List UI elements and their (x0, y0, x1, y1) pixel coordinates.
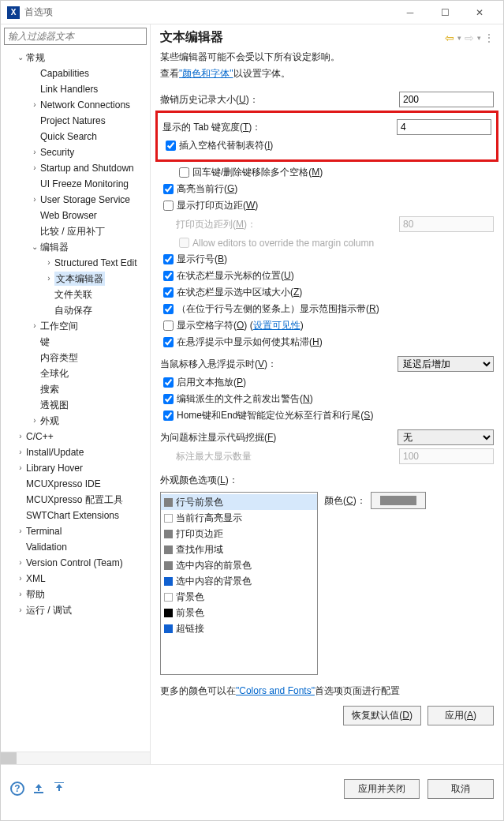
help-icon[interactable]: ? (10, 782, 24, 796)
tree-item[interactable]: ⌄常规 (1, 50, 150, 66)
tree-item[interactable]: ›C/C++ (1, 429, 150, 444)
tree-item[interactable]: ›Structured Text Edit (1, 255, 150, 271)
range-indicator-checkbox[interactable] (163, 304, 174, 314)
back-dropdown-icon[interactable]: ▾ (457, 34, 461, 42)
hover-when-select[interactable]: 延迟后增加 (398, 356, 494, 372)
colors-fonts-link[interactable]: "颜色和字体" (179, 68, 233, 79)
highlight-line-checkbox[interactable] (163, 184, 174, 194)
tree-item[interactable]: Web Browser (1, 208, 150, 223)
tree-item[interactable]: Link Handlers (1, 81, 150, 97)
list-item[interactable]: 选中内容的背景色 (161, 573, 317, 589)
maximize-button[interactable]: ☐ (427, 2, 462, 24)
tree-item[interactable]: MCUXpresso IDE (1, 476, 150, 492)
tree-item[interactable]: ›帮助 (1, 587, 150, 602)
tree-item[interactable]: ›Version Control (Team) (1, 555, 150, 571)
close-button[interactable]: ✕ (462, 2, 497, 24)
remove-multi-checkbox[interactable] (179, 167, 189, 178)
tree-item[interactable]: Project Natures (1, 113, 150, 129)
list-item[interactable]: 超链接 (161, 620, 317, 636)
menu-icon[interactable]: ⋮ (484, 32, 494, 43)
tree-item[interactable]: ›Library Hover (1, 460, 150, 476)
tree-item[interactable]: Validation (1, 539, 150, 555)
chevron-right-icon[interactable]: › (15, 429, 26, 444)
chevron-right-icon[interactable]: › (29, 98, 40, 112)
tree-item[interactable]: ›Terminal (1, 523, 150, 539)
import-icon[interactable] (32, 782, 45, 795)
status-cursor-checkbox[interactable] (163, 271, 174, 281)
tree-item[interactable]: Quick Search (1, 129, 150, 144)
color-options-list[interactable]: 行号前景色当前行高亮显示打印页边距查找作用域选中内容的前景色选中内容的背景色背景… (160, 492, 318, 675)
filter-input[interactable] (5, 28, 146, 44)
undo-size-input[interactable] (399, 92, 494, 107)
forward-arrow-icon[interactable]: ⇨ (465, 32, 474, 44)
tree-item[interactable]: 自动保存 (1, 302, 150, 318)
chevron-right-icon[interactable]: › (15, 587, 26, 602)
tree-item[interactable]: 比较 / 应用补丁 (1, 223, 150, 239)
status-selection-checkbox[interactable] (163, 287, 174, 298)
code-mining-select[interactable]: 无 (398, 429, 494, 445)
chevron-right-icon[interactable]: › (29, 161, 40, 175)
chevron-right-icon[interactable]: › (29, 414, 40, 428)
tree-item[interactable]: SWTChart Extensions (1, 508, 150, 523)
back-arrow-icon[interactable]: ⇦ (445, 32, 454, 44)
minimize-button[interactable]: ─ (393, 2, 427, 24)
chevron-down-icon[interactable]: ⌄ (29, 240, 40, 254)
chevron-right-icon[interactable]: › (29, 319, 40, 333)
tree-item[interactable]: ›Network Connections (1, 97, 150, 113)
tree-item[interactable]: 全球化 (1, 366, 150, 381)
warn-derived-checkbox[interactable] (163, 394, 174, 404)
list-item[interactable]: 前景色 (161, 605, 317, 620)
insert-spaces-checkbox[interactable] (166, 141, 176, 151)
chevron-right-icon[interactable]: › (15, 524, 26, 538)
chevron-right-icon[interactable]: › (29, 193, 40, 207)
tree-item[interactable]: ›User Storage Service (1, 192, 150, 208)
color-picker-button[interactable] (371, 492, 426, 509)
tab-width-input[interactable] (397, 119, 491, 135)
chevron-right-icon[interactable]: › (43, 256, 54, 270)
list-item[interactable]: 查找作用域 (161, 542, 317, 557)
tree-item[interactable]: UI Freeze Monitoring (1, 176, 150, 192)
restore-defaults-button[interactable]: 恢复默认值(D) (343, 706, 421, 725)
chevron-right-icon[interactable]: › (29, 145, 40, 159)
forward-dropdown-icon[interactable]: ▾ (477, 34, 481, 42)
chevron-right-icon[interactable]: › (15, 603, 26, 617)
preference-tree[interactable]: ⌄常规CapabilitiesLink Handlers›Network Con… (1, 48, 150, 752)
chevron-right-icon[interactable]: › (15, 461, 26, 475)
list-item[interactable]: 选中内容的前景色 (161, 557, 317, 573)
tree-item[interactable]: ›Startup and Shutdown (1, 160, 150, 176)
chevron-right-icon[interactable]: › (15, 572, 26, 586)
whitespace-visibility-link[interactable]: 设置可见性 (253, 320, 301, 331)
chevron-down-icon[interactable]: ⌄ (15, 51, 26, 65)
tree-item[interactable]: 键 (1, 334, 150, 350)
export-icon[interactable] (53, 782, 65, 795)
list-item[interactable]: 打印页边距 (161, 526, 317, 542)
tree-item[interactable]: ⌄编辑器 (1, 239, 150, 255)
tree-item[interactable]: 透视图 (1, 397, 150, 413)
colors-and-fonts-link[interactable]: "Colors and Fonts" (236, 685, 315, 696)
hover-sticky-checkbox[interactable] (163, 337, 174, 347)
list-item[interactable]: 当前行高亮显示 (161, 510, 317, 526)
smart-home-checkbox[interactable] (163, 410, 174, 421)
chevron-right-icon[interactable]: › (43, 272, 54, 286)
tree-item[interactable]: ›外观 (1, 413, 150, 429)
apply-close-button[interactable]: 应用并关闭 (344, 779, 420, 799)
tree-item[interactable]: 文件关联 (1, 287, 150, 302)
tree-item[interactable]: MCUXpresso 配置工具 (1, 492, 150, 508)
chevron-right-icon[interactable]: › (15, 445, 26, 459)
show-linenum-checkbox[interactable] (163, 254, 174, 264)
show-whitespace-checkbox[interactable] (163, 321, 174, 331)
tree-item[interactable]: ›文本编辑器 (1, 271, 150, 287)
tree-item[interactable]: Capabilities (1, 66, 150, 81)
apply-button[interactable]: 应用(A) (427, 706, 494, 725)
tree-item[interactable]: ›运行 / 调试 (1, 602, 150, 618)
list-item[interactable]: 行号前景色 (161, 494, 317, 510)
chevron-right-icon[interactable]: › (15, 556, 26, 570)
tree-item[interactable]: ›工作空间 (1, 318, 150, 334)
enable-dnd-checkbox[interactable] (163, 377, 174, 388)
show-margin-checkbox[interactable] (163, 201, 174, 211)
tree-item[interactable]: ›XML (1, 571, 150, 587)
sidebar-scrollbar[interactable] (1, 752, 150, 764)
tree-item[interactable]: 搜索 (1, 381, 150, 397)
tree-item[interactable]: ›Security (1, 144, 150, 160)
tree-item[interactable]: 内容类型 (1, 350, 150, 366)
